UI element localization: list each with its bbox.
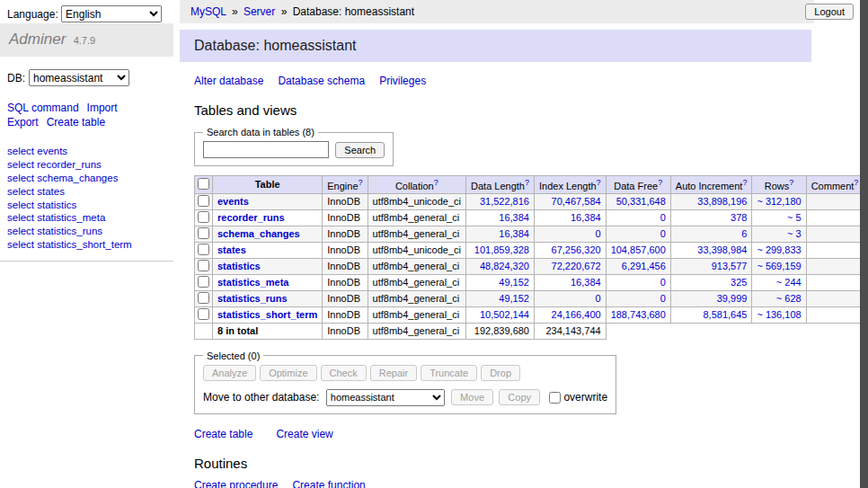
language-select[interactable]: English [61, 5, 162, 22]
cell-rows-link[interactable]: ~ 5 [787, 212, 802, 223]
cell-index-length-link[interactable]: 0 [596, 228, 601, 239]
cell-data-free-link[interactable]: 50,331,648 [616, 196, 666, 207]
cell-data-free-link[interactable]: 6,291,456 [622, 261, 666, 271]
cell-rows-link[interactable]: ~ 628 [776, 293, 802, 304]
row-checkbox-recorder-runs[interactable] [198, 211, 209, 223]
select-all-checkbox[interactable] [198, 178, 209, 190]
sidebar-link-select-schema-changes[interactable]: select schema_changes [7, 173, 166, 186]
table-link-schema-changes[interactable]: schema_changes [217, 228, 300, 239]
breadcrumb-mysql-link[interactable]: MySQL [190, 5, 226, 18]
cell-auto-increment-link[interactable]: 6 [741, 228, 747, 239]
row-checkbox-states[interactable] [198, 244, 209, 255]
sidebar-link-select-states[interactable]: select states [7, 186, 166, 200]
cell-data-free-link[interactable]: 104,857,600 [611, 244, 666, 255]
row-checkbox-events[interactable] [198, 195, 209, 207]
copy-button[interactable]: Copy [499, 389, 540, 405]
cell-data-length-link[interactable]: 48,824,320 [480, 261, 529, 271]
logout-button[interactable]: Logout [805, 4, 854, 20]
link-create-view[interactable]: Create view [276, 428, 332, 440]
sidebar-action-export[interactable]: Export [7, 116, 39, 129]
breadcrumb-server-link[interactable]: Server [244, 5, 275, 18]
scrollbar-thumb[interactable] [860, 0, 868, 488]
cell-auto-increment-link[interactable]: 378 [731, 212, 747, 223]
sidebar-link-select-statistics[interactable]: select statistics [7, 200, 166, 213]
cell-rows-link[interactable]: ~ 312,180 [757, 196, 801, 207]
optimize-button[interactable]: Optimize [260, 365, 316, 381]
help-link[interactable]: ? [854, 178, 858, 187]
cell-index-length-link[interactable]: 0 [596, 293, 601, 304]
help-link[interactable]: ? [525, 178, 529, 187]
cell-index-length-link[interactable]: 70,467,584 [552, 196, 601, 207]
cell-data-length-link[interactable]: 16,384 [499, 228, 529, 239]
repair-button[interactable]: Repair [370, 365, 417, 381]
nav-link-database-schema[interactable]: Database schema [278, 75, 365, 87]
sidebar-action-import[interactable]: Import [87, 102, 118, 114]
table-link-states[interactable]: states [217, 244, 246, 255]
nav-link-privileges[interactable]: Privileges [379, 75, 426, 87]
help-link[interactable]: ? [742, 178, 747, 187]
vertical-scrollbar[interactable] [860, 0, 868, 488]
row-checkbox-statistics-short-term[interactable] [198, 308, 209, 320]
cell-data-free-link[interactable]: 0 [660, 212, 666, 223]
cell-auto-increment-link[interactable]: 33,898,196 [697, 196, 747, 207]
cell-rows-link[interactable]: ~ 244 [776, 277, 802, 288]
cell-rows-link[interactable]: ~ 136,108 [757, 309, 801, 320]
sidebar-link-select-statistics-short-term[interactable]: select statistics_short_term [7, 239, 166, 253]
cell-auto-increment-link[interactable]: 325 [731, 277, 747, 288]
check-button[interactable]: Check [321, 365, 367, 381]
cell-auto-increment-link[interactable]: 913,577 [712, 261, 748, 271]
help-link[interactable]: ? [597, 178, 601, 187]
cell-auto-increment-link[interactable]: 39,999 [717, 293, 748, 304]
cell-data-free-link[interactable]: 0 [660, 277, 666, 288]
sidebar-link-select-statistics-runs[interactable]: select statistics_runs [7, 226, 166, 239]
table-link-statistics-short-term[interactable]: statistics_short_term [217, 309, 317, 320]
cell-index-length-link[interactable]: 24,166,400 [552, 309, 601, 320]
table-link-statistics-runs[interactable]: statistics_runs [217, 293, 288, 304]
overwrite-checkbox[interactable] [549, 392, 561, 404]
cell-data-length-link[interactable]: 31,522,816 [480, 196, 529, 207]
sidebar-link-select-recorder-runs[interactable]: select recorder_runs [7, 159, 166, 173]
sidebar-action-sql-command[interactable]: SQL command [7, 102, 79, 114]
analyze-button[interactable]: Analyze [203, 365, 256, 381]
link-create-procedure[interactable]: Create procedure [194, 479, 278, 488]
row-checkbox-statistics-meta[interactable] [198, 276, 209, 288]
cell-auto-increment-link[interactable]: 8,581,645 [703, 309, 747, 320]
cell-data-length-link[interactable]: 10,502,144 [480, 309, 529, 320]
cell-data-length-link[interactable]: 49,152 [499, 293, 529, 304]
cell-data-length-link[interactable]: 49,152 [499, 277, 529, 288]
cell-rows-link[interactable]: ~ 3 [787, 228, 802, 239]
row-checkbox-statistics[interactable] [198, 260, 209, 271]
drop-button[interactable]: Drop [481, 365, 520, 381]
sidebar-link-select-events[interactable]: select events [7, 146, 166, 159]
sidebar-action-create-table[interactable]: Create table [47, 116, 105, 129]
help-link[interactable]: ? [434, 178, 438, 187]
cell-data-free-link[interactable]: 0 [660, 293, 666, 304]
table-link-recorder-runs[interactable]: recorder_runs [217, 212, 285, 223]
cell-rows-link[interactable]: ~ 299,833 [757, 244, 801, 255]
table-link-statistics-meta[interactable]: statistics_meta [217, 277, 289, 288]
move-button[interactable]: Move [451, 389, 493, 405]
cell-data-length-link[interactable]: 16,384 [499, 212, 529, 223]
help-link[interactable]: ? [658, 178, 662, 187]
cell-auto-increment-link[interactable]: 33,398,984 [697, 244, 747, 255]
db-select[interactable]: homeassistant [29, 69, 129, 86]
cell-data-free-link[interactable]: 0 [660, 228, 666, 239]
table-link-statistics[interactable]: statistics [217, 261, 261, 271]
row-checkbox-schema-changes[interactable] [198, 227, 209, 239]
move-database-select[interactable]: homeassistant [326, 389, 445, 406]
truncate-button[interactable]: Truncate [421, 365, 477, 381]
cell-data-length-link[interactable]: 101,859,328 [474, 244, 529, 255]
help-link[interactable]: ? [359, 178, 363, 187]
row-checkbox-statistics-runs[interactable] [198, 292, 209, 304]
cell-data-free-link[interactable]: 188,743,680 [611, 309, 666, 320]
table-link-events[interactable]: events [217, 196, 249, 207]
link-create-table[interactable]: Create table [194, 428, 252, 440]
cell-index-length-link[interactable]: 16,384 [571, 212, 601, 223]
search-input[interactable] [203, 141, 329, 158]
cell-index-length-link[interactable]: 16,384 [571, 277, 601, 288]
nav-link-alter-database[interactable]: Alter database [194, 75, 263, 87]
search-button[interactable]: Search [335, 142, 385, 158]
sidebar-link-select-statistics-meta[interactable]: select statistics_meta [7, 212, 166, 226]
help-link[interactable]: ? [789, 178, 793, 187]
cell-index-length-link[interactable]: 67,256,320 [552, 244, 601, 255]
